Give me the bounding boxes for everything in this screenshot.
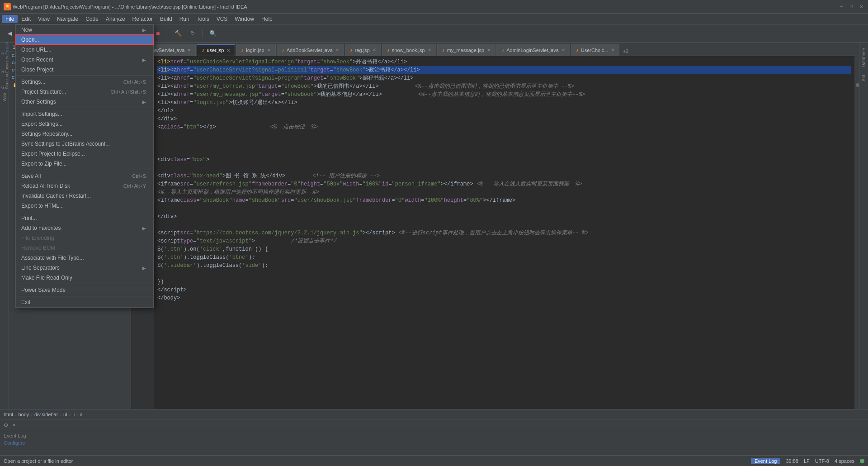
status-encoding[interactable]: UTF-8	[815, 458, 829, 464]
tab-userchoice[interactable]: J UserChoic... ✕	[571, 44, 620, 56]
breadcrumb-a[interactable]: a	[80, 412, 83, 417]
menu-export-html[interactable]: Export to HTML...	[16, 201, 153, 211]
editor-scrollbar[interactable]	[854, 56, 859, 409]
menu-reload-all[interactable]: Reload All from Disk Ctrl+Alt+Y	[16, 181, 153, 191]
tab-close-2[interactable]: ✕	[267, 48, 271, 52]
menu-open-url[interactable]: Open URL...	[16, 45, 153, 55]
breadcrumb-divsidebar[interactable]: div.sidebar	[34, 412, 58, 417]
tab-regjsp[interactable]: J reg.jsp ✕	[345, 44, 381, 56]
menu-make-readonly[interactable]: Make File Read-Only	[16, 273, 153, 283]
menu-open-recent[interactable]: Open Recent ▶	[16, 55, 153, 65]
ant-tool-btn[interactable]: Ant	[860, 71, 867, 85]
tab-addbookservlet[interactable]: J AddBookServlet.java ✕	[277, 44, 344, 56]
reload-all-shortcut: Ctrl+Alt+Y	[123, 183, 146, 189]
menu-associate-file-type[interactable]: Associate with File Type...	[16, 253, 153, 263]
configure-link[interactable]: Configure	[4, 440, 25, 446]
menu-new[interactable]: New ▶	[16, 25, 153, 35]
tab-overflow[interactable]: +2	[620, 47, 631, 56]
close-panel-icon[interactable]: ✕	[12, 423, 16, 428]
menu-export-eclipse[interactable]: Export Project to Eclipse...	[16, 149, 153, 159]
menu-bar-item-file[interactable]: File	[2, 15, 18, 23]
build-button[interactable]: 🔨	[172, 27, 184, 40]
search-everywhere-button[interactable]: 🔍	[207, 27, 219, 40]
menu-sync-settings[interactable]: Sync Settings to JetBrains Account...	[16, 139, 153, 149]
reload-all-label: Reload All from Disk	[21, 183, 70, 189]
status-line-ending[interactable]: LF	[804, 458, 810, 464]
close-project-label: Close Project	[21, 67, 53, 73]
web-tool-btn[interactable]: Web	[0, 93, 9, 101]
menu-export-settings[interactable]: Export Settings...	[16, 119, 153, 129]
code-line-48	[157, 139, 851, 147]
menu-print[interactable]: Print...	[16, 213, 153, 223]
menu-bar-item-vcs[interactable]: VCS	[213, 15, 231, 23]
menu-bar-item-help[interactable]: Help	[258, 15, 276, 23]
sync-button[interactable]: ↻	[186, 27, 199, 40]
close-button[interactable]: ✕	[858, 4, 864, 10]
tab-close-active[interactable]: ✕	[226, 48, 230, 53]
other-settings-label: Other Settings	[21, 99, 56, 105]
minimize-button[interactable]: ─	[838, 4, 844, 10]
menu-close-project[interactable]: Close Project	[16, 65, 153, 75]
menu-bar-item-analyze[interactable]: Analyze	[102, 15, 129, 23]
maximize-button[interactable]: □	[848, 4, 854, 10]
gear-icon[interactable]: ⚙	[4, 422, 9, 428]
menu-bar-item-tools[interactable]: Tools	[193, 15, 213, 23]
code-line-66: </script>	[157, 286, 851, 294]
tab-close-8[interactable]: ✕	[611, 48, 614, 52]
menu-bar-item-run[interactable]: Run	[176, 15, 193, 23]
title-bar: 💡 WebProgram [D:\IdeaProjects\WebProgram…	[0, 0, 868, 14]
code-line-56	[157, 204, 851, 213]
back-button[interactable]: ◀	[4, 27, 16, 40]
menu-export-zip[interactable]: Export to Zip File...	[16, 159, 153, 169]
menu-bar-item-build[interactable]: Build	[156, 15, 176, 23]
tab-showbookjsp[interactable]: J show_book.jsp ✕	[382, 44, 436, 56]
tab-close-6[interactable]: ✕	[487, 48, 491, 52]
invalidate-caches-label: Invalidate Caches / Restart...	[21, 193, 91, 199]
status-position[interactable]: 39:88	[786, 458, 798, 464]
code-editor[interactable]: <li>href="userChoiceServlet?signal=forei…	[154, 56, 854, 409]
event-log-button[interactable]: Event Log	[751, 458, 781, 464]
menu-bar-item-view[interactable]: View	[34, 15, 53, 23]
menu-exit[interactable]: Exit	[16, 297, 153, 307]
status-indent[interactable]: 4 spaces	[835, 458, 854, 464]
menu-open[interactable]: Open...	[16, 35, 153, 45]
tab-mymessagejsp[interactable]: J my_message.jsp ✕	[437, 44, 496, 56]
tab-close-btn[interactable]: ✕	[187, 48, 191, 52]
menu-bar-item-navigate[interactable]: Navigate	[53, 15, 82, 23]
tab-close-3[interactable]: ✕	[335, 48, 339, 52]
menu-settings-repo[interactable]: Settings Repository...	[16, 129, 153, 139]
tab-adminloginservlet[interactable]: J AdminLoginServlet.java ✕	[496, 44, 570, 56]
structure-tool-btn[interactable]: Z: Structure	[0, 77, 9, 85]
breadcrumb-body[interactable]: body	[18, 412, 29, 417]
tab-userjsp[interactable]: J user.jsp ✕	[197, 44, 235, 56]
menu-bar-item-edit[interactable]: Edit	[18, 15, 34, 23]
favorites-tool-btn[interactable]: 2: Favorites	[0, 61, 9, 69]
database-tool-btn[interactable]: Database	[860, 44, 867, 71]
menu-bar-item-code[interactable]: Code	[82, 15, 102, 23]
menu-bar-item-window[interactable]: Window	[231, 15, 258, 23]
menu-settings[interactable]: Settings... Ctrl+Alt+S	[16, 77, 153, 87]
menu-save-all[interactable]: Save All Ctrl+S	[16, 171, 153, 181]
breadcrumb-ul[interactable]: ul	[63, 412, 67, 417]
tab-close-5[interactable]: ✕	[428, 48, 431, 52]
open-label: Open...	[21, 37, 39, 43]
breadcrumb-li[interactable]: li	[72, 412, 75, 417]
menu-other-settings[interactable]: Other Settings ▶	[16, 97, 153, 107]
import-settings-label: Import Settings...	[21, 111, 62, 117]
project-tool-btn[interactable]: 1: Project	[0, 44, 9, 52]
tab-close-7[interactable]: ✕	[561, 48, 565, 52]
tab-close-4[interactable]: ✕	[373, 48, 376, 52]
menu-power-save[interactable]: Power Save Mode	[16, 285, 153, 295]
sync-settings-label: Sync Settings to JetBrains Account...	[21, 141, 110, 147]
bottom-panel-tabs: ⚙ ✕	[0, 419, 868, 431]
tab-loginjsp[interactable]: J login.jsp ✕	[236, 44, 275, 56]
breadcrumb-html[interactable]: html	[4, 412, 13, 417]
tab-bar: J BorrowServlet.java ✕ J user.jsp ✕ J lo…	[131, 43, 859, 56]
menu-project-structure[interactable]: Project Structure... Ctrl+Alt+Shift+S	[16, 87, 153, 97]
menu-import-settings[interactable]: Import Settings...	[16, 109, 153, 119]
menu-add-favorites[interactable]: Add to Favorites ▶	[16, 223, 153, 233]
code-line-52: <div class="box-head">图 书 馆 系 统</div> <!…	[157, 172, 851, 180]
menu-invalidate-caches[interactable]: Invalidate Caches / Restart...	[16, 191, 153, 201]
menu-bar-item-refactor[interactable]: Refactor	[129, 15, 156, 23]
menu-line-sep[interactable]: Line Separators ▶	[16, 263, 153, 273]
